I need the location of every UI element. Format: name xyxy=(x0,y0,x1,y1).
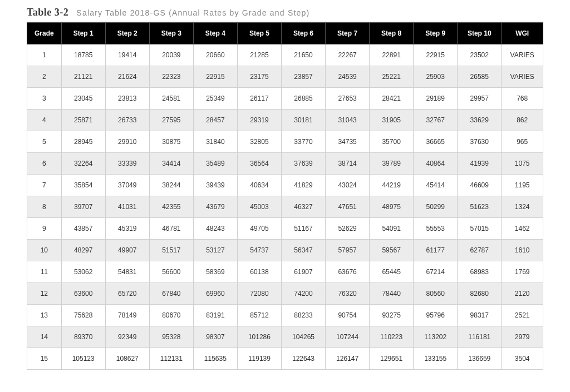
col-header-step-3: Step 3 xyxy=(149,23,193,44)
cell-step: 57015 xyxy=(458,218,502,240)
cell-step: 55553 xyxy=(414,218,458,240)
cell-grade: 1 xyxy=(27,44,62,66)
cell-step: 23813 xyxy=(105,88,149,110)
cell-step: 108627 xyxy=(105,348,149,370)
cell-step: 89370 xyxy=(61,326,105,348)
cell-step: 37630 xyxy=(458,131,502,153)
cell-step: 25871 xyxy=(61,110,105,131)
cell-step: 21285 xyxy=(237,44,281,66)
table-body: 1187851941420039206602128521650222672289… xyxy=(27,44,543,370)
cell-grade: 14 xyxy=(27,326,62,348)
cell-step: 80670 xyxy=(149,305,193,326)
cell-step: 28945 xyxy=(61,131,105,153)
cell-step: 90754 xyxy=(326,305,370,326)
cell-step: 61177 xyxy=(414,240,458,261)
cell-step: 35700 xyxy=(370,131,414,153)
cell-step: 101286 xyxy=(237,326,281,348)
cell-grade: 5 xyxy=(27,131,62,153)
cell-step: 21650 xyxy=(281,44,325,66)
col-header-grade: Grade xyxy=(27,23,62,44)
cell-step: 21121 xyxy=(61,66,105,88)
cell-step: 35854 xyxy=(61,175,105,196)
cell-step: 43679 xyxy=(193,196,237,218)
cell-step: 24539 xyxy=(326,66,370,88)
cell-step: 32805 xyxy=(237,131,281,153)
cell-step: 48243 xyxy=(193,218,237,240)
cell-step: 116181 xyxy=(458,326,502,348)
cell-step: 57957 xyxy=(326,240,370,261)
cell-step: 25349 xyxy=(193,88,237,110)
cell-step: 113202 xyxy=(414,326,458,348)
table-row: 1489370923499532898307101286104265107244… xyxy=(27,326,543,348)
table-row: 9438574531946781482434970551167526295409… xyxy=(27,218,543,240)
cell-step: 49907 xyxy=(105,240,149,261)
cell-step: 92349 xyxy=(105,326,149,348)
cell-step: 47651 xyxy=(326,196,370,218)
cell-step: 65445 xyxy=(370,261,414,283)
cell-step: 110223 xyxy=(370,326,414,348)
col-header-step-6: Step 6 xyxy=(281,23,325,44)
cell-step: 95796 xyxy=(414,305,458,326)
cell-step: 28457 xyxy=(193,110,237,131)
cell-step: 53127 xyxy=(193,240,237,261)
col-header-step-9: Step 9 xyxy=(414,23,458,44)
cell-step: 54091 xyxy=(370,218,414,240)
cell-step: 58369 xyxy=(193,261,237,283)
cell-step: 51167 xyxy=(281,218,325,240)
cell-step: 39789 xyxy=(370,153,414,175)
cell-step: 98307 xyxy=(193,326,237,348)
cell-step: 35489 xyxy=(193,153,237,175)
cell-step: 34735 xyxy=(326,131,370,153)
cell-step: 48297 xyxy=(61,240,105,261)
page-container: Table 3-2 Salary Table 2018-GS (Annual R… xyxy=(0,0,570,392)
cell-step: 23502 xyxy=(458,44,502,66)
cell-step: 115635 xyxy=(193,348,237,370)
cell-step: 39439 xyxy=(193,175,237,196)
cell-step: 31840 xyxy=(193,131,237,153)
cell-step: 129651 xyxy=(370,348,414,370)
cell-step: 37049 xyxy=(105,175,149,196)
cell-step: 29910 xyxy=(105,131,149,153)
cell-step: 32767 xyxy=(414,110,458,131)
cell-step: 34414 xyxy=(149,153,193,175)
cell-step: 44219 xyxy=(370,175,414,196)
cell-step: 59567 xyxy=(370,240,414,261)
cell-grade: 6 xyxy=(27,153,62,175)
cell-step: 33770 xyxy=(281,131,325,153)
cell-wgi: 965 xyxy=(502,131,543,153)
cell-step: 85712 xyxy=(237,305,281,326)
table-number: Table 3-2 xyxy=(27,7,68,18)
cell-step: 37639 xyxy=(281,153,325,175)
cell-wgi: 2979 xyxy=(502,326,543,348)
cell-step: 23175 xyxy=(237,66,281,88)
cell-step: 38244 xyxy=(149,175,193,196)
cell-step: 28421 xyxy=(370,88,414,110)
cell-step: 22267 xyxy=(326,44,370,66)
cell-step: 45414 xyxy=(414,175,458,196)
cell-step: 29957 xyxy=(458,88,502,110)
cell-step: 67840 xyxy=(149,283,193,305)
cell-step: 46327 xyxy=(281,196,325,218)
cell-step: 22915 xyxy=(414,44,458,66)
col-header-step-8: Step 8 xyxy=(370,23,414,44)
cell-step: 67214 xyxy=(414,261,458,283)
cell-step: 43857 xyxy=(61,218,105,240)
cell-grade: 10 xyxy=(27,240,62,261)
cell-step: 23045 xyxy=(61,88,105,110)
cell-step: 38714 xyxy=(326,153,370,175)
table-row: 1375628781498067083191857128823390754932… xyxy=(27,305,543,326)
cell-step: 36564 xyxy=(237,153,281,175)
table-row: 4258712673327595284572931930181310433190… xyxy=(27,110,543,131)
cell-step: 52629 xyxy=(326,218,370,240)
cell-step: 40634 xyxy=(237,175,281,196)
col-header-wgi: WGI xyxy=(502,23,543,44)
cell-step: 50299 xyxy=(414,196,458,218)
cell-step: 27595 xyxy=(149,110,193,131)
table-caption: Salary Table 2018-GS (Annual Rates by Gr… xyxy=(76,8,309,17)
col-header-step-5: Step 5 xyxy=(237,23,281,44)
cell-step: 20660 xyxy=(193,44,237,66)
cell-step: 18785 xyxy=(61,44,105,66)
cell-wgi: VARIES xyxy=(502,44,543,66)
cell-step: 25221 xyxy=(370,66,414,88)
cell-step: 56347 xyxy=(281,240,325,261)
